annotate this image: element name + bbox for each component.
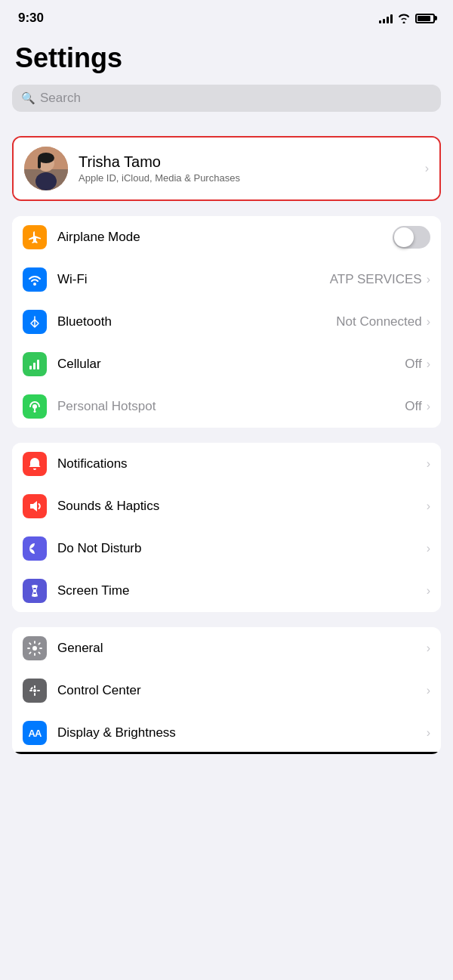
bluetooth-content: Bluetooth Not Connected › xyxy=(57,314,430,329)
wifi-label: Wi-Fi xyxy=(57,272,88,287)
sounds-icon xyxy=(23,494,47,518)
svg-rect-5 xyxy=(38,158,41,168)
display-chevron-icon: › xyxy=(427,726,430,740)
search-placeholder: Search xyxy=(40,91,81,106)
wifi-chevron-icon: › xyxy=(427,273,430,286)
cellular-value: Off xyxy=(405,357,421,372)
underline-decoration xyxy=(12,752,441,754)
screentime-row[interactable]: Screen Time › xyxy=(12,570,441,612)
svg-rect-9 xyxy=(37,360,39,369)
notifications-icon xyxy=(23,452,47,476)
notifications-chevron-icon: › xyxy=(427,457,430,471)
donotdisturb-content: Do Not Disturb › xyxy=(57,541,430,556)
battery-icon xyxy=(415,14,435,23)
svg-rect-14 xyxy=(33,588,36,589)
controlcenter-content: Control Center › xyxy=(57,683,430,698)
screentime-content: Screen Time › xyxy=(57,583,430,598)
svg-rect-22 xyxy=(30,687,33,690)
hotspot-icon xyxy=(23,394,47,419)
page-title: Settings xyxy=(0,30,453,82)
general-row[interactable]: General › xyxy=(12,627,441,669)
airplane-mode-label: Airplane Mode xyxy=(57,230,140,245)
svg-rect-7 xyxy=(29,366,32,369)
signal-bars-icon xyxy=(379,13,393,23)
display-row[interactable]: AA Display & Brightness › xyxy=(12,712,441,754)
svg-rect-18 xyxy=(29,690,32,691)
section-gap-profile xyxy=(0,121,453,136)
profile-row[interactable]: Trisha Tamo Apple ID, iCloud, Media & Pu… xyxy=(14,138,439,199)
display-icon: AA xyxy=(23,721,47,745)
donotdisturb-row[interactable]: Do Not Disturb › xyxy=(12,527,441,570)
sounds-chevron-icon: › xyxy=(427,499,430,513)
bluetooth-chevron-icon: › xyxy=(427,315,430,329)
svg-point-6 xyxy=(33,283,36,286)
hotspot-row[interactable]: Personal Hotspot Off › xyxy=(12,385,441,428)
controlcenter-label: Control Center xyxy=(57,683,141,698)
sounds-content: Sounds & Haptics › xyxy=(57,499,430,514)
svg-point-11 xyxy=(34,410,36,413)
sounds-row[interactable]: Sounds & Haptics › xyxy=(12,485,441,527)
svg-point-17 xyxy=(33,689,36,692)
svg-point-10 xyxy=(32,404,37,409)
general-icon xyxy=(23,636,47,660)
connectivity-section: Airplane Mode Wi-Fi ATP SERVICES › xyxy=(12,216,441,428)
cellular-right: Off › xyxy=(405,357,430,372)
bluetooth-value: Not Connected xyxy=(336,314,421,329)
bluetooth-row[interactable]: Bluetooth Not Connected › xyxy=(12,301,441,343)
svg-point-2 xyxy=(35,172,57,190)
svg-point-16 xyxy=(32,646,37,651)
svg-marker-13 xyxy=(30,501,37,512)
bluetooth-right: Not Connected › xyxy=(336,314,430,329)
profile-name: Trisha Tamo xyxy=(79,153,424,171)
wifi-row[interactable]: Wi-Fi ATP SERVICES › xyxy=(12,258,441,301)
profile-info: Trisha Tamo Apple ID, iCloud, Media & Pu… xyxy=(79,153,424,184)
hotspot-content: Personal Hotspot Off › xyxy=(57,399,430,414)
svg-rect-19 xyxy=(37,690,40,691)
svg-rect-8 xyxy=(33,363,35,369)
wifi-icon xyxy=(23,267,47,292)
svg-rect-20 xyxy=(34,685,35,688)
hotspot-right: Off › xyxy=(405,399,430,414)
donotdisturb-chevron-icon: › xyxy=(427,542,430,555)
svg-rect-15 xyxy=(33,592,36,594)
screentime-chevron-icon: › xyxy=(427,584,430,598)
cellular-label: Cellular xyxy=(57,357,101,372)
status-time: 9:30 xyxy=(18,11,44,26)
general-section: General › Control Center › AA Display & … xyxy=(12,627,441,754)
section-gap-notifications xyxy=(0,428,453,443)
notifications-content: Notifications › xyxy=(57,456,430,471)
airplane-mode-toggle[interactable] xyxy=(393,226,430,249)
profile-section: Trisha Tamo Apple ID, iCloud, Media & Pu… xyxy=(12,136,441,201)
cellular-chevron-icon: › xyxy=(427,357,430,371)
screentime-icon xyxy=(23,579,47,603)
bluetooth-label: Bluetooth xyxy=(57,314,112,329)
general-content: General › xyxy=(57,641,430,656)
wifi-status-icon xyxy=(397,13,411,23)
wifi-content: Wi-Fi ATP SERVICES › xyxy=(57,272,430,287)
section-gap-connectivity xyxy=(0,201,453,216)
cellular-row[interactable]: Cellular Off › xyxy=(12,343,441,385)
notifications-section: Notifications › Sounds & Haptics › Do No… xyxy=(12,443,441,612)
avatar xyxy=(24,147,68,190)
notifications-label: Notifications xyxy=(57,456,128,471)
controlcenter-row[interactable]: Control Center › xyxy=(12,669,441,712)
search-bar-container: 🔍 Search xyxy=(0,82,453,121)
wifi-right: ATP SERVICES › xyxy=(330,272,430,287)
section-gap-general xyxy=(0,612,453,627)
airplane-mode-content: Airplane Mode xyxy=(57,226,430,249)
notifications-row[interactable]: Notifications › xyxy=(12,443,441,485)
profile-chevron-icon: › xyxy=(425,162,429,175)
hotspot-chevron-icon: › xyxy=(427,400,430,413)
sounds-label: Sounds & Haptics xyxy=(57,499,159,514)
hotspot-value: Off xyxy=(405,399,421,414)
search-bar[interactable]: 🔍 Search xyxy=(12,85,441,112)
cellular-content: Cellular Off › xyxy=(57,357,430,372)
status-icons xyxy=(379,13,435,23)
donotdisturb-icon xyxy=(23,536,47,561)
bluetooth-icon xyxy=(23,310,47,334)
hotspot-label: Personal Hotspot xyxy=(57,399,156,414)
airplane-mode-row[interactable]: Airplane Mode xyxy=(12,216,441,258)
cellular-icon xyxy=(23,352,47,376)
controlcenter-icon xyxy=(23,679,47,703)
airplane-mode-icon xyxy=(23,225,47,249)
